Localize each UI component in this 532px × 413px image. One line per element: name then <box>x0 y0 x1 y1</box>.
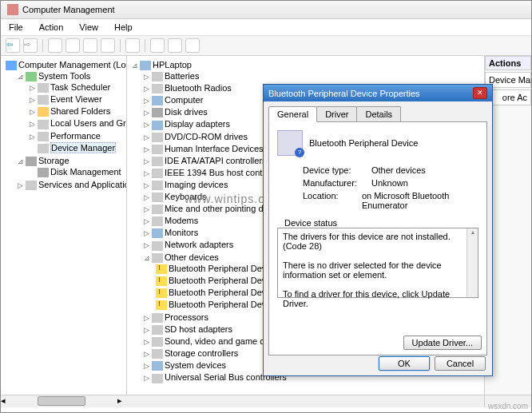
tree-root[interactable]: Computer Management (Local ⊿System Tools… <box>6 59 126 192</box>
mouse-icon <box>152 205 163 214</box>
sd-icon <box>152 325 163 335</box>
dialog-titlebar[interactable]: Bluetooth Peripheral Device Properties ✕ <box>264 85 492 101</box>
menu-view[interactable]: View <box>76 21 101 34</box>
status-line: The drivers for this device are not inst… <box>283 232 473 251</box>
device-name: Bluetooth Peripheral Device <box>309 138 418 148</box>
menu-bar: File Action View Help <box>1 19 531 36</box>
toolbar-button[interactable] <box>168 38 182 53</box>
other-icon <box>152 253 163 263</box>
toolbar-button[interactable] <box>66 38 80 53</box>
toolbar-button[interactable] <box>101 38 115 53</box>
users-icon <box>38 120 49 129</box>
cancel-button[interactable]: Cancel <box>435 356 486 371</box>
close-button[interactable]: ✕ <box>473 87 487 99</box>
menu-file[interactable]: File <box>6 21 26 34</box>
toolbar <box>1 36 531 56</box>
window-title: Computer Management <box>22 5 115 14</box>
bluetooth-icon <box>152 84 163 93</box>
warning-icon <box>156 264 167 274</box>
credit-text: wsxdn.com <box>488 402 528 411</box>
tree-device-manager[interactable]: Device Manager <box>30 142 126 154</box>
tree-storage[interactable]: ⊿Storage Disk Management <box>18 155 126 179</box>
camera-icon <box>152 181 163 190</box>
toolbar-button[interactable] <box>125 38 140 53</box>
warning-icon <box>156 276 167 286</box>
actions-header: Actions <box>485 56 531 70</box>
properties-dialog: Bluetooth Peripheral Device Properties ✕… <box>263 84 493 376</box>
computer-icon <box>140 61 151 70</box>
display-icon <box>152 121 163 130</box>
tree-local-users[interactable]: ▷Local Users and Groups <box>30 117 126 129</box>
usb-icon <box>152 374 163 383</box>
update-driver-button[interactable]: Update Driver... <box>403 336 482 350</box>
app-icon <box>7 4 18 15</box>
device-status-label: Device status <box>282 218 339 228</box>
separator <box>42 39 43 52</box>
tree-task-scheduler[interactable]: ▷Task Scheduler <box>30 81 126 93</box>
tree-services[interactable]: ▷Services and Applications <box>18 179 126 191</box>
tree-shared-folders[interactable]: ▷Shared Folders <box>30 105 126 117</box>
tree-disk-mgmt[interactable]: Disk Management <box>30 166 126 178</box>
tab-content-general: Bluetooth Peripheral Device Device type:… <box>268 122 487 355</box>
separator <box>145 39 145 52</box>
warning-icon <box>156 288 167 298</box>
device-manager-icon <box>38 144 49 153</box>
status-line: To find a driver for this device, click … <box>283 289 473 308</box>
menu-action[interactable]: Action <box>36 21 67 34</box>
ieee-icon <box>152 169 163 178</box>
location-value: on Microsoft Bluetooth Enumerator <box>362 191 478 210</box>
tree-systools[interactable]: ⊿System Tools ▷Task Scheduler ▷Event Vie… <box>18 70 126 155</box>
toolbar-button[interactable] <box>185 38 200 53</box>
window-titlebar: Computer Management <box>1 1 531 19</box>
scroll-thumb[interactable] <box>38 396 85 406</box>
disk-icon <box>152 108 163 117</box>
computer-icon <box>152 96 163 105</box>
modem-icon <box>152 216 163 226</box>
tab-details[interactable]: Details <box>356 106 401 121</box>
status-scrollbar[interactable] <box>466 228 478 297</box>
back-button[interactable] <box>6 38 20 53</box>
manufacturer-label: Manufacturer: <box>303 178 371 188</box>
toolbar-button[interactable] <box>83 38 97 53</box>
device-batteries[interactable]: ▷Batteries <box>144 70 484 82</box>
storage-icon <box>26 157 37 166</box>
dvd-icon <box>152 133 163 142</box>
scroll-arrow-left[interactable]: ◂ <box>1 395 6 407</box>
ide-icon <box>152 157 163 166</box>
tab-driver[interactable]: Driver <box>316 106 357 121</box>
forward-button[interactable] <box>23 38 38 53</box>
folder-icon <box>38 107 49 117</box>
toolbar-button[interactable] <box>150 38 165 53</box>
separator <box>120 39 121 52</box>
disk-icon <box>38 168 49 177</box>
tab-strip: General Driver Details <box>268 106 487 122</box>
horizontal-scrollbar[interactable]: ◂▸ <box>1 395 127 407</box>
system-icon <box>152 361 163 371</box>
warning-icon <box>156 300 167 310</box>
menu-help[interactable]: Help <box>111 21 136 34</box>
ok-button[interactable]: OK <box>379 356 430 371</box>
perf-icon <box>38 132 49 141</box>
manufacturer-value: Unknown <box>371 178 408 188</box>
device-type-label: Device type: <box>303 165 371 175</box>
tools-icon <box>26 72 37 81</box>
navigation-pane: Computer Management (Local ⊿System Tools… <box>1 56 127 407</box>
scroll-arrow-right[interactable]: ▸ <box>117 395 122 407</box>
services-icon <box>26 181 37 190</box>
keyboard-icon <box>152 193 163 202</box>
device-type-value: Other devices <box>371 165 426 175</box>
tree-event-viewer[interactable]: ▷Event Viewer <box>30 93 126 105</box>
clock-icon <box>38 83 49 93</box>
toolbar-button[interactable] <box>48 38 62 53</box>
computer-icon <box>6 61 17 70</box>
event-icon <box>38 95 49 105</box>
device-status-box: The drivers for this device are not inst… <box>277 228 478 298</box>
dialog-title: Bluetooth Peripheral Device Properties <box>268 89 420 98</box>
battery-icon <box>152 72 163 81</box>
tab-general[interactable]: General <box>268 106 317 122</box>
status-line: There is no driver selected for the devi… <box>283 260 473 280</box>
cpu-icon <box>152 313 163 323</box>
tree-performance[interactable]: ▷Performance <box>30 130 126 142</box>
sound-icon <box>152 337 163 347</box>
storage-ctl-icon <box>152 349 163 359</box>
